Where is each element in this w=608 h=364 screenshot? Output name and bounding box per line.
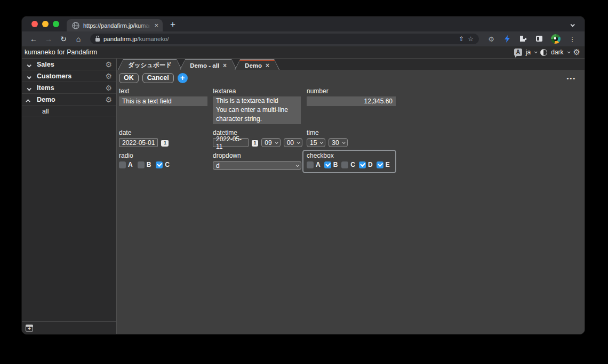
add-record-button[interactable]: + — [178, 73, 188, 83]
items-gear-icon[interactable]: ⚙ — [105, 84, 112, 92]
tab-demo-all[interactable]: Demo - all × — [180, 59, 237, 70]
customers-gear-icon[interactable]: ⚙ — [105, 72, 112, 80]
sidebar-item-items[interactable]: Items ⚙ — [22, 82, 116, 94]
zoom-window-button[interactable] — [53, 21, 59, 27]
tab-label: Demo - all — [190, 62, 219, 69]
minimize-window-button[interactable] — [42, 21, 49, 27]
bookmark-star-icon[interactable]: ☆ — [468, 35, 474, 43]
field-radio: radio A B C — [119, 152, 209, 168]
tab-close-icon[interactable]: × — [223, 62, 227, 69]
dropdown-select[interactable]: d — [213, 161, 301, 170]
add-window-icon[interactable]: + — [26, 325, 33, 331]
minute-value: 00 — [287, 139, 294, 147]
calendar-icon[interactable]: 1 — [252, 139, 259, 147]
language-select[interactable]: ja — [526, 48, 531, 56]
time-minute-select[interactable]: 30 — [329, 138, 347, 147]
app-title: kumaneko for Pandafirm — [25, 48, 97, 56]
language-chevron-icon[interactable] — [534, 50, 538, 53]
extension-gear-icon[interactable]: ⚙ — [487, 35, 495, 43]
checkbox-label: checkbox — [307, 152, 390, 159]
time-hour-select[interactable]: 15 — [307, 138, 325, 147]
radio-box-icon[interactable] — [119, 161, 126, 168]
cancel-button[interactable]: Cancel — [142, 73, 174, 83]
option-label: C — [350, 161, 355, 168]
textarea-input[interactable]: This is a textarea field You can enter a… — [213, 96, 301, 124]
field-number: number 12,345.60 — [307, 87, 401, 106]
browser-tab[interactable]: https://pandafirm.jp/kumaneko × — [67, 19, 163, 31]
chevron-up-icon[interactable] — [27, 95, 37, 104]
tab-close-icon[interactable]: × — [154, 22, 158, 29]
option-label: A — [316, 161, 321, 168]
extension-bolt-icon[interactable] — [503, 35, 511, 43]
more-options-icon[interactable]: ••• — [566, 75, 576, 82]
theme-chevron-icon[interactable] — [567, 50, 570, 53]
traffic-lights — [22, 17, 67, 31]
sidebar-item-demo[interactable]: Demo ⚙ — [22, 94, 116, 106]
checkbox-checked-icon[interactable] — [359, 161, 366, 168]
address-bar[interactable]: pandafirm.jp/kumaneko/ ⇧ ☆ — [90, 34, 479, 44]
checkbox-box-icon[interactable] — [307, 161, 314, 168]
checkbox-box-icon[interactable] — [341, 161, 348, 168]
sidebar-item-label: Demo — [37, 96, 55, 103]
browser-menu-icon[interactable]: ⋮ — [568, 35, 577, 43]
radio-box-icon[interactable] — [138, 161, 145, 168]
tab-title-fade — [139, 22, 150, 29]
radio-option-c[interactable]: C — [156, 161, 170, 168]
sidebar: Sales ⚙ Customers ⚙ Items ⚙ — [22, 59, 117, 334]
form: text This is a text field textarea This … — [119, 87, 582, 173]
tab-dashboard[interactable]: ダッシュボード — [118, 59, 182, 70]
ok-button[interactable]: OK — [119, 73, 139, 83]
tab-search-chevron-icon[interactable] — [571, 19, 574, 29]
forward-button[interactable]: → — [42, 35, 55, 43]
close-window-button[interactable] — [31, 21, 38, 27]
datetime-date-input[interactable]: 2022-05-11 — [213, 138, 249, 147]
sidebar-item-sales[interactable]: Sales ⚙ — [22, 59, 116, 70]
share-icon[interactable]: ⇧ — [459, 35, 464, 43]
reload-button[interactable]: ↻ — [57, 35, 70, 43]
calendar-icon[interactable]: 1 — [161, 139, 169, 147]
checkbox-option-b[interactable]: B — [324, 161, 338, 168]
tab-close-icon[interactable]: × — [266, 62, 269, 69]
back-button[interactable]: ← — [27, 35, 40, 43]
checkbox-option-e[interactable]: E — [377, 161, 390, 168]
action-row: OK Cancel + ••• — [119, 73, 582, 83]
browser-tab-title: https://pandafirm.jp/kumaneko — [83, 22, 150, 29]
datetime-minute-select[interactable]: 00 — [284, 138, 302, 147]
profile-avatar[interactable] — [551, 34, 561, 44]
field-text: text This is a text field — [119, 87, 209, 106]
time-label: time — [307, 129, 401, 136]
chevron-down-icon[interactable] — [27, 83, 37, 93]
lock-icon[interactable] — [95, 38, 100, 42]
page: kumaneko for Pandafirm A ja dark ⚙ Sale — [22, 46, 585, 334]
side-panel-icon[interactable] — [535, 35, 543, 43]
datetime-hour-select[interactable]: 09 — [261, 138, 280, 147]
demo-gear-icon[interactable]: ⚙ — [105, 96, 112, 103]
chevron-down-icon — [320, 141, 323, 144]
new-tab-button[interactable]: + — [170, 20, 175, 29]
extensions-puzzle-icon[interactable] — [519, 35, 527, 43]
checkbox-option-d[interactable]: D — [359, 161, 373, 168]
date-input[interactable]: 2022-05-01 — [119, 138, 158, 147]
checkbox-checked-icon[interactable] — [377, 161, 383, 168]
radio-option-b[interactable]: B — [138, 161, 151, 168]
sidebar-item-demo-all[interactable]: all — [22, 106, 116, 117]
settings-gear-icon[interactable]: ⚙ — [573, 48, 580, 56]
sidebar-footer: + — [22, 321, 116, 334]
checkbox-checked-icon[interactable] — [324, 161, 331, 168]
chevron-down-icon[interactable] — [27, 60, 37, 69]
chevron-down-icon[interactable] — [27, 71, 37, 81]
home-button[interactable]: ⌂ — [72, 35, 85, 43]
checkbox-option-c[interactable]: C — [341, 161, 355, 168]
number-input[interactable]: 12,345.60 — [307, 96, 396, 106]
theme-select[interactable]: dark — [551, 48, 563, 56]
minute-value: 30 — [332, 139, 339, 147]
radio-option-a[interactable]: A — [119, 161, 133, 168]
text-input[interactable]: This is a text field — [119, 96, 207, 106]
tab-demo[interactable]: Demo × — [235, 59, 279, 70]
sidebar-item-customers[interactable]: Customers ⚙ — [22, 70, 116, 82]
app-body: Sales ⚙ Customers ⚙ Items ⚙ — [22, 59, 585, 334]
sales-gear-icon[interactable]: ⚙ — [105, 61, 112, 68]
sidebar-item-label: Items — [37, 84, 54, 92]
radio-checked-icon[interactable] — [156, 161, 163, 168]
checkbox-option-a[interactable]: A — [307, 161, 321, 168]
